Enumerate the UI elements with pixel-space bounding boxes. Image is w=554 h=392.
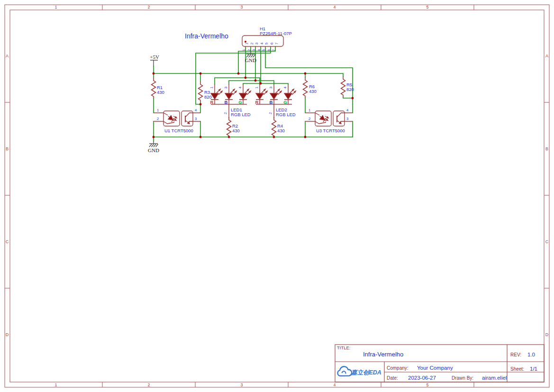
led-channel-red: 1 R: [254, 84, 267, 105]
svg-text:1: 1: [54, 5, 57, 9]
drawn-by-value[interactable]: airam.eliel: [482, 375, 507, 381]
opto-pin-number: 3: [195, 117, 197, 121]
frame-ticks: [5, 5, 549, 387]
resistor-value: 430: [157, 90, 164, 95]
schematic-sheet: 1 2 3 4 5 1 2 3 4 5 A B C D A B C D Infr…: [0, 0, 554, 392]
jlceda-logo: 嘉立创EDA: [337, 366, 381, 376]
sheet-frame: [5, 5, 549, 387]
component-resistor-r6[interactable]: R6 430: [303, 77, 317, 98]
opto-ref-label: U3 TCRT5000: [316, 128, 345, 133]
svg-text:C: C: [6, 239, 9, 244]
led-channel-green: 4 G: [283, 84, 296, 105]
schematic-editor-canvas: 1 2 3 4 5 1 2 3 4 5 A B C D A B C D Infr…: [0, 0, 554, 392]
led-channel-red: 1 R: [209, 84, 222, 105]
svg-text:4: 4: [333, 5, 336, 9]
resistor-value: 430: [309, 89, 317, 94]
opto-ref-label: U1 TCRT5000: [164, 128, 193, 133]
led-channel-green: 4 G: [238, 84, 251, 105]
frame-inner-border: [10, 10, 544, 382]
svg-text:D: D: [545, 332, 549, 337]
svg-text:5: 5: [426, 383, 428, 387]
svg-text:2: 2: [147, 383, 150, 387]
component-header-h1[interactable]: H1 PZ254R-11-07P 1 2 3 4 5 6 7 1 2 3 4 5…: [242, 26, 292, 51]
svg-text:1: 1: [54, 383, 57, 387]
svg-text:6: 6: [267, 49, 271, 51]
led-channel-blue: 3 B: [269, 84, 282, 105]
resistor-value: 430: [277, 128, 285, 133]
opto-pin-number: 1: [157, 108, 159, 112]
rev-label: REV:: [510, 352, 521, 357]
svg-text:7: 7: [274, 43, 279, 45]
component-opto-u3[interactable]: 1 2 4 3 U3 TCRT5000: [305, 108, 353, 133]
svg-text:5: 5: [262, 49, 266, 51]
schematic-title-text[interactable]: Infra-Vermelho: [185, 32, 228, 40]
netflag-gnd-bottom[interactable]: GND: [148, 141, 159, 153]
frame-outer-border: [5, 5, 549, 387]
sheet-label: Sheet:: [510, 366, 524, 372]
header-pin-names: 1 2 3 4 5 6 7: [242, 49, 276, 51]
resistor-value: 820: [346, 87, 354, 92]
title-label: TITLE:: [337, 345, 351, 350]
svg-text:A: A: [545, 54, 548, 58]
svg-text:4: 4: [238, 87, 242, 89]
svg-text:4: 4: [260, 43, 264, 45]
opto-pin-number: 4: [346, 108, 348, 112]
resistor-value: 820: [204, 94, 212, 100]
svg-text:3: 3: [254, 43, 259, 45]
svg-text:B: B: [545, 146, 548, 151]
wire-r5-node[interactable]: [343, 97, 353, 98]
svg-text:1: 1: [242, 49, 246, 51]
component-led2[interactable]: 1 R 3 B 4 G: [254, 84, 296, 117]
netflag-gnd-header[interactable]: GND: [245, 51, 256, 63]
sheet-value[interactable]: 1/1: [530, 366, 537, 372]
opto-pin-number: 3: [346, 117, 348, 121]
opto-pin-number: 2: [309, 117, 310, 121]
led-channel-letter: B: [225, 100, 228, 105]
svg-text:C: C: [545, 239, 549, 244]
component-opto-u1[interactable]: 1 2 4 3 U1 TCRT5000: [154, 108, 200, 133]
rev-value[interactable]: 1.0: [527, 352, 535, 357]
svg-text:1: 1: [209, 87, 214, 89]
date-label: Date:: [387, 375, 398, 381]
svg-text:6: 6: [270, 43, 274, 45]
gnd-label: GND: [245, 57, 256, 63]
led-channel-letter: R: [210, 100, 214, 105]
svg-text:3: 3: [224, 87, 228, 89]
component-resistor-r1[interactable]: R1 430: [152, 78, 164, 99]
svg-text:A: A: [6, 54, 9, 58]
pin1-marker-dot: [245, 41, 246, 43]
led-channel-letter: G: [283, 100, 287, 105]
svg-text:4: 4: [283, 87, 287, 89]
vcc-label: +5V: [150, 54, 159, 60]
svg-text:1: 1: [254, 87, 259, 89]
date-value[interactable]: 2023-06-27: [408, 375, 436, 381]
company-label: Company:: [387, 365, 409, 371]
wire-green-line[interactable]: [243, 83, 288, 84]
opto-pin-number: 1: [309, 108, 310, 112]
svg-text:2: 2: [147, 5, 150, 9]
svg-text:7: 7: [272, 49, 276, 51]
netflag-vcc[interactable]: +5V: [150, 54, 159, 66]
svg-text:1: 1: [245, 43, 249, 45]
wire-vcc-rail[interactable]: [154, 73, 343, 76]
component-resistor-r5[interactable]: R5 820: [341, 76, 354, 97]
gnd-label: GND: [148, 147, 159, 153]
led-common-pin-number: 2: [268, 112, 272, 114]
title-value[interactable]: Infra-Vermelho: [363, 351, 403, 358]
led-common-pin-number: 2: [223, 112, 227, 114]
svg-text:4: 4: [333, 383, 336, 387]
led-channel-letter: R: [255, 100, 259, 105]
drawn-by-label: Drawn By:: [452, 375, 473, 381]
svg-text:3: 3: [269, 87, 273, 89]
svg-text:5: 5: [264, 43, 269, 45]
component-led1[interactable]: 1 R 3 B 4 G: [209, 84, 251, 117]
svg-text:3: 3: [240, 383, 243, 387]
resistor-value: 430: [232, 128, 240, 133]
led-channel-letter: G: [238, 100, 242, 105]
svg-text:B: B: [6, 146, 9, 151]
svg-text:3: 3: [252, 49, 256, 51]
opto-pin-number: 4: [195, 108, 197, 112]
svg-text:D: D: [6, 332, 9, 337]
header-pin-numbers: 1 2 3 4 5 6 7: [245, 43, 279, 45]
company-value[interactable]: Your Company: [417, 365, 453, 371]
